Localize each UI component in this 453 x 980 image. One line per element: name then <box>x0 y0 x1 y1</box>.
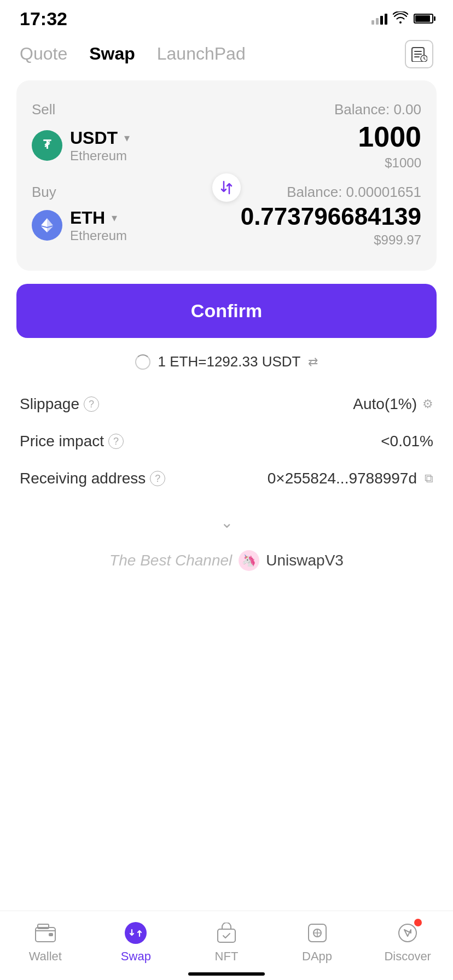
nav-item-nft[interactable]: NFT <box>199 921 254 964</box>
usdt-icon: ₮ <box>32 130 62 161</box>
buy-token-row: ETH ▾ Ethereum 0.773796684139 $999.97 <box>32 203 421 248</box>
discover-icon <box>396 921 420 945</box>
rate-swap-icon[interactable]: ⇄ <box>308 355 318 369</box>
home-indicator <box>188 972 265 976</box>
best-channel-label: The Best Channel <box>109 552 232 569</box>
swap-card: Sell Balance: 0.00 ₮ USDT ▾ Ethereum <box>16 80 437 271</box>
buy-balance: Balance: 0.00001651 <box>287 184 421 201</box>
svg-marker-6 <box>47 218 53 227</box>
sell-token-row: ₮ USDT ▾ Ethereum 1000 $1000 <box>32 120 421 171</box>
buy-token-symbol: ETH <box>70 208 105 228</box>
sell-token-left[interactable]: ₮ USDT ▾ Ethereum <box>32 128 130 164</box>
nav-item-dapp[interactable]: DApp <box>290 921 345 964</box>
buy-label: Buy <box>32 184 56 200</box>
svg-rect-2 <box>414 54 422 55</box>
expand-row[interactable]: ⌄ <box>0 508 453 545</box>
sell-balance: Balance: 0.00 <box>334 101 421 118</box>
discover-badge <box>414 919 422 926</box>
svg-text:₮: ₮ <box>43 138 51 151</box>
svg-text:🦄: 🦄 <box>242 553 257 568</box>
status-bar: 17:32 <box>0 0 453 33</box>
bottom-nav: Wallet Swap NFT <box>0 911 453 980</box>
nft-label: NFT <box>215 949 239 964</box>
best-channel-row: The Best Channel 🦄 UniswapV3 <box>0 545 453 593</box>
slippage-help-icon[interactable]: ? <box>84 396 99 412</box>
eth-icon <box>32 210 62 241</box>
info-rows: Slippage ? Auto(1%) ⚙ Price impact ? <0.… <box>0 386 453 497</box>
svg-point-15 <box>125 922 147 944</box>
buy-amount: 0.773796684139 <box>241 203 421 230</box>
receiving-address-value-group: 0×255824...9788997d ⧉ <box>268 470 433 487</box>
buy-token-left[interactable]: ETH ▾ Ethereum <box>32 208 127 243</box>
tab-swap[interactable]: Swap <box>89 44 135 64</box>
buy-amount-block: 0.773796684139 $999.97 <box>241 203 421 248</box>
sell-token-chain: Ethereum <box>70 148 130 164</box>
buy-token-chain: Ethereum <box>70 228 127 243</box>
receiving-address-value: 0×255824...9788997d <box>268 470 417 487</box>
svg-marker-8 <box>47 226 53 232</box>
sell-label: Sell <box>32 101 55 118</box>
slippage-value-group: Auto(1%) ⚙ <box>353 395 433 413</box>
nav-item-discover[interactable]: Discover <box>380 921 435 964</box>
rate-text: 1 ETH=1292.33 USDT <box>158 353 301 370</box>
confirm-button[interactable]: Confirm <box>16 284 437 338</box>
rate-row: 1 ETH=1292.33 USDT ⇄ <box>0 353 453 370</box>
sell-token-info: USDT ▾ Ethereum <box>70 128 130 164</box>
wallet-icon <box>33 921 57 945</box>
swap-nav-label: Swap <box>121 949 151 964</box>
nav-tabs: Quote Swap LaunchPad <box>0 33 453 75</box>
tab-quote[interactable]: Quote <box>20 44 67 64</box>
price-impact-value: <0.01% <box>381 433 433 450</box>
sell-token-symbol: USDT <box>70 128 118 148</box>
price-impact-row: Price impact ? <0.01% <box>20 423 433 460</box>
slippage-label-group: Slippage ? <box>20 395 99 413</box>
slippage-label-text: Slippage <box>20 395 79 413</box>
svg-rect-1 <box>414 51 422 52</box>
sell-usd: $1000 <box>358 155 421 171</box>
expand-icon[interactable]: ⌄ <box>220 514 233 532</box>
slippage-row: Slippage ? Auto(1%) ⚙ <box>20 386 433 423</box>
battery-icon <box>414 14 433 24</box>
slippage-settings-icon[interactable]: ⚙ <box>422 397 433 411</box>
receiving-address-label-text: Receiving address <box>20 470 146 487</box>
buy-token-info: ETH ▾ Ethereum <box>70 208 127 243</box>
sell-amount-block: 1000 $1000 <box>358 120 421 171</box>
wallet-label: Wallet <box>29 949 62 964</box>
nav-item-swap[interactable]: Swap <box>108 921 163 964</box>
price-impact-help-icon[interactable]: ? <box>108 434 124 449</box>
discover-label: Discover <box>384 949 431 964</box>
history-button[interactable] <box>405 40 433 68</box>
svg-marker-9 <box>41 226 47 232</box>
sell-token-chevron: ▾ <box>124 131 130 144</box>
buy-token-chevron: ▾ <box>112 211 117 224</box>
best-channel-name: UniswapV3 <box>266 552 344 569</box>
slippage-value: Auto(1%) <box>353 395 417 413</box>
status-time: 17:32 <box>20 8 67 30</box>
swap-nav-icon <box>124 921 148 945</box>
signal-icon <box>371 13 387 25</box>
tab-launchpad[interactable]: LaunchPad <box>157 44 246 64</box>
uniswap-icon: 🦄 <box>239 550 259 571</box>
sell-section: Sell Balance: 0.00 ₮ USDT ▾ Ethereum <box>32 96 421 178</box>
wifi-icon <box>393 11 408 26</box>
svg-rect-3 <box>414 56 420 57</box>
copy-address-icon[interactable]: ⧉ <box>425 471 433 486</box>
svg-rect-16 <box>218 929 235 942</box>
svg-rect-14 <box>49 933 53 936</box>
buy-usd: $999.97 <box>241 232 421 248</box>
rate-spinner <box>135 354 150 370</box>
price-impact-label-text: Price impact <box>20 433 104 450</box>
dapp-label: DApp <box>302 949 332 964</box>
receiving-address-help-icon[interactable]: ? <box>150 471 165 486</box>
price-impact-label-group: Price impact ? <box>20 433 124 450</box>
swap-switch-button[interactable] <box>212 173 241 202</box>
nav-item-wallet[interactable]: Wallet <box>18 921 73 964</box>
receiving-address-label-group: Receiving address ? <box>20 470 165 487</box>
svg-point-19 <box>399 924 416 942</box>
nft-icon <box>214 921 239 945</box>
sell-amount[interactable]: 1000 <box>358 120 421 153</box>
receiving-address-row: Receiving address ? 0×255824...9788997d … <box>20 460 433 497</box>
svg-marker-7 <box>41 218 47 227</box>
status-icons <box>371 11 433 26</box>
confirm-button-label: Confirm <box>191 300 262 321</box>
